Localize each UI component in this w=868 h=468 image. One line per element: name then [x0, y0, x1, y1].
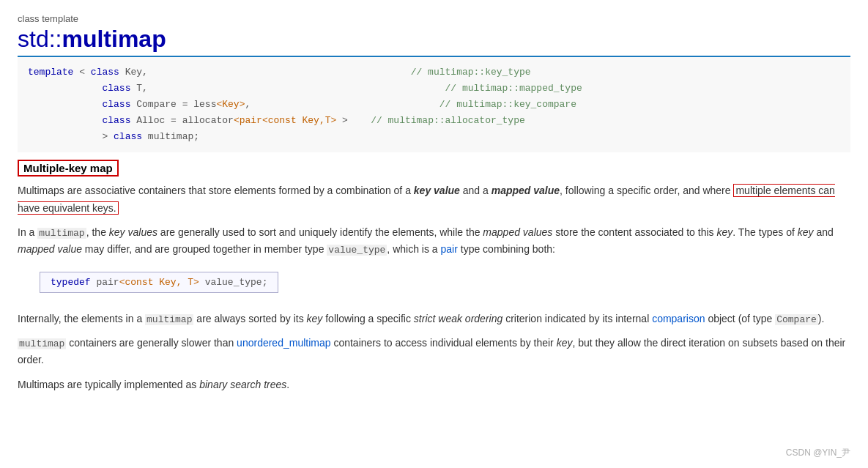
para3: Internally, the elements in a multimap a… — [18, 311, 850, 327]
para2: In a multimap, the key values are genera… — [18, 224, 850, 259]
section-heading: Multiple-key map — [18, 152, 850, 182]
class-label: class template — [18, 13, 850, 24]
para5: Multimaps are typically implemented as b… — [18, 376, 850, 393]
template-code-block: template < class Key, // multimap::key_t… — [18, 57, 850, 152]
csdn-watermark: CSDN @YIN_尹 — [786, 447, 850, 459]
para4: multimap containers are generally slower… — [18, 335, 850, 369]
para1: Multimaps are associative containers tha… — [18, 182, 850, 216]
typedef-code-block: typedef pair<const Key, T> value_type; — [40, 272, 278, 293]
main-title: std::multimap — [18, 26, 850, 53]
